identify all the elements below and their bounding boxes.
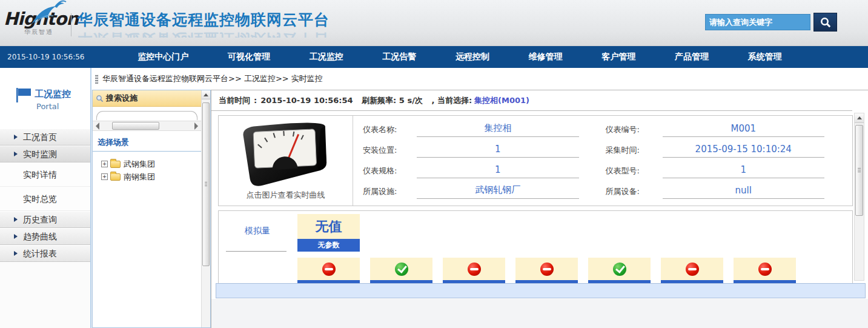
no-value-text: 无值 (297, 214, 360, 239)
expand-plus-icon[interactable]: + (101, 173, 108, 180)
status-card[interactable] (443, 258, 505, 284)
sidebar-item-realtime-monitor[interactable]: 实时监测 (0, 146, 90, 162)
status-icon (468, 263, 481, 276)
field-value: null (663, 185, 825, 199)
sidebar-item-realtime-overview[interactable]: 实时总览 (0, 187, 90, 211)
sidebar-item-history-query[interactable]: 历史查询 (0, 211, 90, 228)
nav-item-condition-alarm[interactable]: 工况告警 (382, 52, 416, 62)
refresh-rate-value: 5 s/次 (399, 96, 423, 105)
meter-image[interactable] (235, 121, 337, 189)
header-search-box (705, 14, 810, 30)
facility-search-input[interactable] (96, 111, 197, 120)
search-input[interactable] (706, 15, 810, 30)
status-icon (540, 263, 554, 276)
sidebar-item-label: 趋势曲线 (23, 232, 57, 241)
search-button[interactable] (813, 13, 837, 32)
nav-item-remote-control[interactable]: 远程控制 (456, 52, 489, 62)
header-divider (71, 13, 71, 36)
field-label: 所属设施: (353, 186, 417, 197)
arrow-right-icon (14, 135, 18, 139)
meter-info-panel: 点击图片查看实时曲线 仪表名称: 集控相 仪表编号: M001 安装位置: 1 … (218, 115, 853, 206)
nav-item-monitor-portal[interactable]: 监控中心门户 (137, 52, 188, 62)
field-label: 仪表型号: (596, 166, 663, 176)
status-icon (758, 263, 772, 276)
sidebar-item-trend-curve[interactable]: 趋势曲线 (0, 228, 90, 245)
meter-caption: 点击图片查看实时曲线 (247, 190, 325, 201)
scroll-up-icon[interactable] (202, 90, 210, 99)
search-panel-scrollbar[interactable] (201, 90, 210, 327)
search-panel-content: 搜索设施 选择场景 + 武钢集团 + 南钢集团 (93, 90, 201, 327)
breadcrumb: 华辰智通设备远程监控物联网云平台>> 工况监控>> 实时监控 (102, 73, 323, 84)
meter-image-box: 点击图片查看实时曲线 (219, 116, 353, 206)
arrow-right-icon (14, 234, 18, 239)
logo-deer-icon (29, 0, 67, 27)
horizontal-scrollbar[interactable] (93, 121, 201, 131)
status-icon (395, 263, 408, 276)
status-card[interactable] (588, 258, 651, 284)
scroll-up-icon[interactable] (855, 113, 864, 123)
no-param-bar: 无参数 (297, 239, 360, 252)
search-facilities-panel: 搜索设施 选择场景 + 武钢集团 + 南钢集团 (92, 90, 211, 328)
scroll-right-icon (194, 122, 198, 130)
nav-item-condition-monitor[interactable]: 工况监控 (310, 52, 343, 62)
current-time-value: 2015-10-19 10:56:54 (260, 96, 353, 105)
scroll-grip (205, 182, 207, 187)
highlight-band (216, 283, 866, 298)
nav-item-visual-mgmt[interactable]: 可视化管理 (228, 52, 270, 62)
status-card[interactable] (515, 258, 578, 284)
main-navbar: 2015-10-19 10:56:56 监控中心门户 可视化管理 工况监控 工况… (0, 46, 868, 68)
nav-item-maintenance-mgmt[interactable]: 维修管理 (529, 52, 563, 62)
breadcrumb-dots-icon (95, 75, 98, 84)
sidebar-item-condition-home[interactable]: 工况首页 (0, 129, 90, 146)
analog-quantity-label: 模拟量 (230, 226, 285, 236)
folder-icon (110, 161, 121, 168)
nav-items: 监控中心门户 可视化管理 工况监控 工况告警 远程控制 维修管理 客户管理 产品… (118, 52, 868, 62)
separator: : (254, 96, 257, 105)
search-icon (820, 16, 832, 28)
refresh-rate-label: 刷新频率: (362, 96, 399, 105)
vscroll-thumb[interactable] (855, 125, 863, 216)
status-card[interactable] (370, 258, 432, 284)
status-card[interactable] (734, 258, 796, 284)
flag-icon (15, 87, 32, 103)
magnifier-icon (96, 95, 104, 102)
main-scrollbar[interactable] (854, 113, 864, 281)
sidebar-item-statistics-report[interactable]: 统计报表 (0, 245, 90, 262)
scene-select-title: 选择场景 (93, 136, 201, 152)
vscroll-thumb[interactable] (202, 102, 210, 266)
main-content: 当前时间:2015-10-19 10:56:54 刷新频率: 5 s/次 , 当… (211, 90, 868, 328)
current-selection-value[interactable]: 集控相(M001) (474, 96, 529, 105)
nav-item-system-mgmt[interactable]: 系统管理 (748, 52, 782, 62)
field-value: 1 (417, 144, 579, 158)
sidebar-item-label: 实时监测 (23, 149, 57, 159)
status-card[interactable] (661, 258, 723, 284)
nav-item-product-mgmt[interactable]: 产品管理 (675, 52, 709, 62)
sidebar-item-label: 实时总览 (23, 194, 57, 204)
arrow-right-icon (14, 217, 18, 222)
tree-item-nangang-group[interactable]: + 南钢集团 (93, 170, 201, 183)
app-title-wrap: 华辰智通设备远程监控物联网云平台 华辰智通设备远程监控物联网云平台 (78, 10, 330, 38)
hscroll-thumb[interactable] (112, 122, 159, 130)
field-value: 集控相 (417, 122, 579, 137)
status-card[interactable] (297, 258, 360, 284)
nav-timestamp: 2015-10-19 10:56:56 (0, 53, 118, 61)
search-facilities-label: 搜索设施 (106, 93, 137, 104)
field-label: 所属设备: (596, 186, 663, 197)
status-icon (613, 263, 626, 276)
expand-plus-icon[interactable]: + (101, 161, 108, 167)
current-time-bar: 当前时间:2015-10-19 10:56:54 刷新频率: 5 s/次 , 当… (211, 90, 852, 111)
no-value-card[interactable]: 无值 无参数 (297, 214, 360, 252)
main-footer (211, 299, 868, 328)
field-label: 仪表规格: (353, 166, 417, 176)
analog-separator (226, 251, 287, 252)
tree-item-label: 南钢集团 (124, 172, 155, 182)
status-icon (322, 263, 336, 276)
search-facilities-header[interactable]: 搜索设施 (93, 90, 201, 107)
sidebar-item-realtime-detail[interactable]: 实时详情 (0, 162, 90, 187)
page: Hignton 华辰智通 华辰智通设备远程监控物联网云平台 华辰智通设备远程监控… (0, 0, 868, 328)
field-label: 安装位置: (353, 145, 417, 156)
field-label: 仪表编号: (596, 124, 663, 135)
tree-item-wugang-group[interactable]: + 武钢集团 (93, 158, 201, 170)
scroll-left-icon (96, 122, 99, 130)
nav-item-customer-mgmt[interactable]: 客户管理 (601, 52, 635, 62)
